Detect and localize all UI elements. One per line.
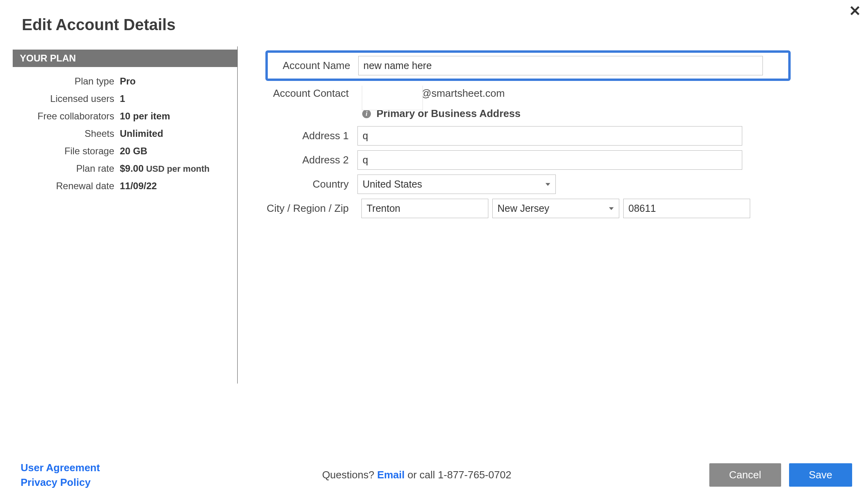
close-icon[interactable]: ✕	[849, 4, 861, 18]
user-agreement-link[interactable]: User Agreement	[21, 460, 100, 475]
plan-type-value: Pro	[120, 76, 136, 87]
free-collab-value: 10 per item	[120, 111, 170, 122]
info-icon[interactable]: i	[362, 109, 371, 118]
address1-row: Address 1	[265, 124, 868, 148]
renewal-label: Renewal date	[13, 180, 120, 192]
page-title: Edit Account Details	[0, 0, 868, 34]
plan-rate-label: Plan rate	[13, 163, 120, 174]
account-name-label: Account Name	[272, 59, 358, 72]
renewal-value: 11/09/22	[120, 180, 157, 192]
plan-rate-sub: USD per month	[144, 164, 209, 174]
file-storage-value: 20 GB	[120, 146, 147, 157]
account-name-row-highlight: Account Name	[265, 50, 791, 81]
sheets-label: Sheets	[13, 128, 120, 139]
licensed-users-value: 1	[120, 93, 125, 104]
plan-row-sheets: Sheets Unlimited	[13, 125, 237, 142]
address2-input[interactable]	[357, 150, 742, 170]
sheets-value: Unlimited	[120, 128, 163, 139]
file-storage-label: File storage	[13, 146, 120, 157]
main-form: Account Name Account Contact @smartsheet…	[238, 50, 868, 384]
country-select[interactable]	[357, 175, 556, 194]
footer-questions: Questions? Email or call 1-877-765-0702	[100, 469, 709, 481]
footer: User Agreement Privacy Policy Questions?…	[0, 460, 868, 489]
address1-input[interactable]	[357, 126, 742, 146]
plan-rate-value: $9.00 USD per month	[120, 163, 209, 174]
plan-row-collab: Free collaborators 10 per item	[13, 107, 237, 125]
plan-rate-amount: $9.00	[120, 163, 144, 174]
cancel-button[interactable]: Cancel	[709, 463, 781, 487]
email-link[interactable]: Email	[377, 469, 405, 481]
account-contact-label: Account Contact	[265, 86, 357, 100]
address2-row: Address 2	[265, 148, 868, 172]
plan-type-label: Plan type	[13, 76, 120, 87]
questions-prefix: Questions?	[322, 469, 377, 481]
sidebar: YOUR PLAN Plan type Pro Licensed users 1…	[13, 50, 237, 384]
city-region-zip-row: City / Region / Zip	[265, 196, 868, 221]
plan-row-rate: Plan rate $9.00 USD per month	[13, 160, 237, 177]
footer-links: User Agreement Privacy Policy	[21, 460, 100, 489]
licensed-users-label: Licensed users	[13, 93, 120, 104]
country-select-wrap[interactable]	[357, 175, 556, 194]
save-button[interactable]: Save	[789, 463, 852, 487]
zip-input[interactable]	[623, 199, 750, 218]
plan-row-type: Plan type Pro	[13, 73, 237, 90]
account-contact-mask	[362, 86, 423, 110]
plan-row-storage: File storage 20 GB	[13, 142, 237, 160]
footer-buttons: Cancel Save	[709, 463, 852, 487]
plan-row-licensed: Licensed users 1	[13, 90, 237, 107]
city-input[interactable]	[361, 199, 488, 218]
country-label: Country	[265, 178, 357, 190]
address2-label: Address 2	[265, 154, 357, 166]
city-region-zip-label: City / Region / Zip	[265, 202, 357, 215]
address1-label: Address 1	[265, 130, 357, 142]
address-section-header: i Primary or Business Address	[265, 105, 868, 124]
country-row: Country	[265, 172, 868, 196]
plan-row-renewal: Renewal date 11/09/22	[13, 177, 237, 195]
questions-suffix: or call 1-877-765-0702	[405, 469, 511, 481]
free-collab-label: Free collaborators	[13, 111, 120, 122]
privacy-policy-link[interactable]: Privacy Policy	[21, 475, 100, 489]
account-contact-row: Account Contact @smartsheet.com	[265, 82, 868, 105]
account-name-input[interactable]	[358, 56, 763, 75]
region-select-wrap[interactable]	[492, 199, 619, 218]
plan-header: YOUR PLAN	[13, 50, 237, 67]
region-select[interactable]	[492, 199, 619, 218]
